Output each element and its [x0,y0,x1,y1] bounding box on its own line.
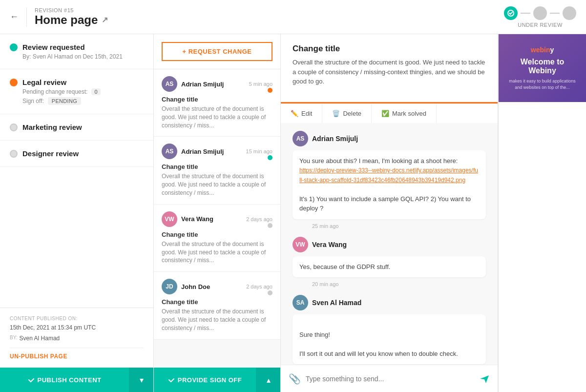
unpublish-button[interactable]: UN-PUBLISH PAGE [10,353,67,360]
comment-avatar-1: VW [293,237,308,252]
card-header-3: JD John Doe 2 days ago [162,279,272,294]
comment-avatar-0: AS [293,131,308,146]
comment-bubble-0: You sure about this? I mean, I'm looking… [293,150,486,219]
chat-input[interactable] [306,375,474,383]
sign-off-button[interactable]: PROVIDE SIGN OFF [154,368,256,392]
middle-column: + REQUEST CHANGE AS Adrian Smijulj 5 min… [154,34,281,392]
attachment-icon[interactable]: 📎 [289,373,301,385]
preview-tagline: makes it easy to build applications and … [506,78,578,90]
status-dot-inactive-1 [533,6,547,20]
status-dot-inactive-2 [563,6,576,20]
sidebar-item-title: Review requested [22,43,85,51]
status-dot-active [504,6,518,20]
by-label: By: [22,53,31,60]
status-line-2 [550,13,560,14]
status-bar [504,6,576,20]
card-header-1: AS Adrian Smijulj 15 min ago [162,144,272,159]
back-button[interactable]: ← [10,12,19,22]
sidebar-item-marketing-review[interactable]: Marketing review [0,114,153,141]
middle-bottom-buttons: PROVIDE SIGN OFF ▴ [154,368,280,392]
detail-body: Overall the structure of the document is… [293,58,486,86]
avatar-1: AS [162,144,177,159]
sidebar-item-header: Legal review [10,78,144,86]
delete-button[interactable]: 🗑️ Delete [322,104,372,123]
avatar-0: AS [162,76,177,92]
comment-header-2: SA Sven Al Hamad [293,295,486,310]
comment-time-1: 20 min ago [293,281,486,287]
sidebar-item-meta-signoff: Sign off: PENDING [10,97,144,105]
sidebar-item-subtitle: By: Sven Al Hamad on Dec 15th, 2021 [10,53,144,60]
card-header: AS Adrian Smijulj 5 min ago [162,76,272,92]
time-3: 2 days ago [246,284,272,289]
avatar-2: VW [162,211,177,227]
header-meta: REVISION #15 Home page ↗ [35,7,108,27]
sidebar-item-title: Marketing review [22,123,82,131]
delete-label: Delete [343,110,361,117]
card-header-2: VW Vera Wang 2 days ago [162,211,272,227]
time-0: 5 min ago [249,81,272,87]
right-panel: Change title Overall the structure of th… [281,34,586,392]
card-title-3: Change title [162,298,272,306]
sidebar-item-designer-review[interactable]: Designer review [0,141,153,167]
detail-header: Change title Overall the structure of th… [281,34,498,103]
comment-link-0[interactable]: https://deploy-preview-333--webiny-docs.… [299,167,478,184]
publish-arrow-button[interactable]: ▾ [129,368,153,392]
card-title-0: Change title [162,96,272,103]
trash-icon: 🗑️ [332,110,340,117]
card-excerpt-2: Overall the structure of the document is… [162,240,272,265]
card-title-2: Change title [162,231,272,238]
change-card-0[interactable]: AS Adrian Smijulj 5 min ago Change title… [154,69,280,137]
sidebar-content: Review requested By: Sven Al Hamad on De… [0,34,153,308]
time-2: 2 days ago [246,216,272,222]
comment-time-0: 25 min ago [293,223,486,229]
author-3: John Doe [181,283,242,290]
revision-label: REVISION #15 [35,7,108,13]
mark-solved-button[interactable]: ✅ Mark solved [372,104,437,123]
comment-2: SA Sven Al Hamad Sure thing! I'll sort i… [293,295,486,365]
comment-author-1: Vera Wang [312,241,347,248]
pending-label: Pending change request: [22,88,87,95]
sidebar-item-header: Designer review [10,149,144,158]
external-link-icon[interactable]: ↗ [102,15,108,24]
status-label: UNDER REVIEW [518,22,563,28]
change-card-2[interactable]: VW Vera Wang 2 days ago Change title Ove… [154,205,280,272]
detail-actions: ✏️ Edit 🗑️ Delete ✅ Mark solved [281,103,498,123]
comment-author-2: Sven Al Hamad [312,299,361,307]
comment-0: AS Adrian Smijulj You sure about this? I… [293,131,486,229]
edit-label: Edit [301,110,312,117]
card-excerpt-3: Overall the structure of the document is… [162,308,272,332]
publish-label: PUBLISH CONTENT [38,376,102,384]
sidebar-dot-gray-2 [10,150,18,158]
preview-welcome: Welcome to Webiny [506,58,578,75]
by-value: Sven Al Hamad [20,335,60,342]
sign-off-label: Sign off: [22,98,44,104]
request-change-button[interactable]: + REQUEST CHANGE [162,42,272,61]
send-button[interactable] [479,373,490,384]
card-dot-3 [268,290,272,295]
comment-bubble-1: Yes, because of the GDPR stuff. [293,256,486,278]
sidebar-item-header: Review requested [10,43,144,51]
sidebar-item-review-requested[interactable]: Review requested By: Sven Al Hamad on De… [0,34,153,69]
comment-header-1: VW Vera Wang [293,237,486,252]
right-top: Change title Overall the structure of th… [281,34,586,392]
sidebar-dot-green [10,43,18,51]
sidebar-item-title: Designer review [22,149,79,158]
by-label: BY: [10,335,18,342]
publish-button[interactable]: PUBLISH CONTENT [0,368,129,392]
pending-badge: 0 [91,88,100,95]
comment-text-1: Yes, because of the GDPR stuff. [299,263,390,270]
change-card-1[interactable]: AS Adrian Smijulj 15 min ago Change titl… [154,137,280,204]
sidebar-item-legal-review[interactable]: Legal review Pending change request: 0 S… [0,69,153,114]
change-card-3[interactable]: JD John Doe 2 days ago Change title Over… [154,272,280,339]
comment-text-0: You sure about this? I mean, I'm looking… [299,157,458,165]
change-cards-list: AS Adrian Smijulj 5 min ago Change title… [154,69,280,368]
sign-off-arrow-button[interactable]: ▴ [256,368,280,392]
author-2: Vera Wang [181,215,242,223]
edit-button[interactable]: ✏️ Edit [281,104,322,123]
sidebar: Review requested By: Sven Al Hamad on De… [0,34,154,392]
detail-title: Change title [293,44,486,54]
comment-author-0: Adrian Smijulj [312,135,358,143]
time-1: 15 min ago [246,148,272,154]
header-divider [26,7,27,27]
sidebar-item-meta-pending: Pending change request: 0 [10,88,144,95]
